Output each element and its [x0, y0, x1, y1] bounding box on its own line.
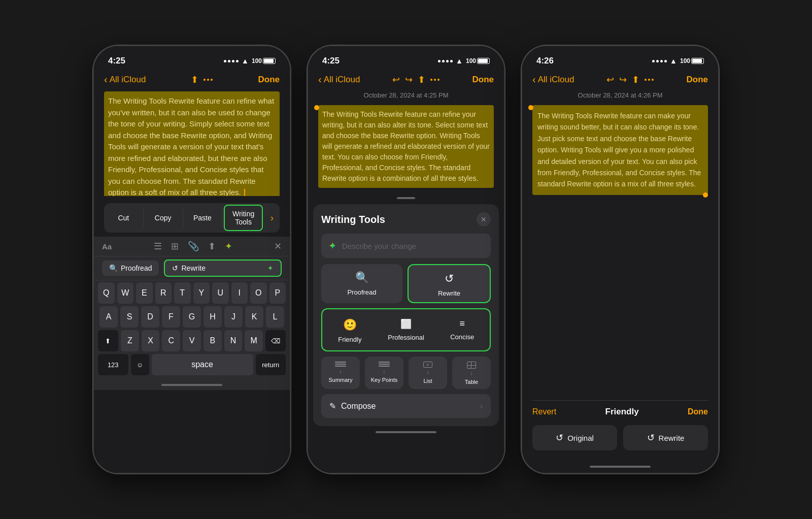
summary-tool-btn[interactable]: ↓ Summary	[321, 356, 360, 389]
key-return[interactable]: return	[256, 354, 286, 375]
revert-btn[interactable]: Revert	[532, 407, 556, 416]
share-icon-1[interactable]: ⬆	[191, 74, 198, 85]
friendly-tool-btn[interactable]: 🙂 Friendly	[324, 311, 376, 348]
rewrite-result-btn[interactable]: ↺ Rewrite	[623, 425, 708, 450]
key-row-2: A S D F G H J K L	[98, 306, 286, 328]
undo-icon-2[interactable]: ↩	[392, 74, 400, 85]
modal-close-btn[interactable]: ✕	[477, 212, 491, 226]
share-icon-2[interactable]: ⬆	[418, 74, 425, 85]
key-l[interactable]: L	[266, 306, 284, 328]
rewrite-tool-btn[interactable]: ↺ Rewrite	[408, 264, 491, 303]
undo-icon-3[interactable]: ↩	[606, 74, 614, 85]
key-x[interactable]: X	[142, 330, 160, 351]
nav-done-1[interactable]: Done	[258, 75, 280, 85]
back-label-1[interactable]: All iCloud	[110, 75, 146, 85]
key-r[interactable]: R	[155, 282, 172, 304]
content-area-1: The Writing Tools Rewrite feature can re…	[94, 89, 290, 196]
key-a[interactable]: A	[99, 306, 118, 328]
mode-label: Friendly	[605, 407, 639, 417]
key-o[interactable]: O	[250, 282, 267, 304]
table-tool-btn[interactable]: ↓ Table	[452, 356, 491, 389]
original-btn[interactable]: ↺ Original	[532, 425, 617, 450]
compose-row[interactable]: ✎ Compose ›	[321, 394, 491, 418]
key-delete[interactable]: ⌫	[265, 330, 286, 351]
nav-back-1[interactable]: ‹ All iCloud	[104, 74, 146, 85]
key-n[interactable]: N	[224, 330, 243, 351]
proofread-quick-btn[interactable]: 🔍 Proofread	[102, 261, 159, 276]
signal-dot-2-2	[442, 60, 445, 62]
nav-more-3[interactable]	[645, 79, 654, 81]
original-rewrite-row: ↺ Original ↺ Rewrite	[532, 425, 708, 450]
keypoints-tool-btn[interactable]: ↓ Key Points	[365, 356, 403, 389]
body-text-3: The Writing Tools Rewrite feature can ma…	[532, 105, 708, 195]
selection-handle-2-left	[314, 105, 319, 110]
key-numbers[interactable]: 123	[98, 354, 128, 375]
rewrite-quick-btn[interactable]: ↺ Rewrite ✦	[164, 260, 282, 277]
context-more-arrow[interactable]: ›	[264, 208, 280, 229]
share-icon-3[interactable]: ⬆	[632, 74, 639, 85]
list-tool-btn[interactable]: ≡ ↓ List	[409, 356, 447, 389]
key-emoji[interactable]: ☺	[131, 354, 149, 375]
concise-tool-btn[interactable]: ≡ Concise	[436, 311, 488, 348]
key-k[interactable]: K	[245, 306, 263, 328]
list-icon[interactable]: ☰	[154, 241, 162, 252]
kp-line-2	[379, 364, 390, 365]
key-g[interactable]: G	[183, 306, 201, 328]
key-e[interactable]: E	[136, 282, 153, 304]
key-shift[interactable]: ⬆	[98, 330, 118, 351]
nav-done-2[interactable]: Done	[472, 75, 494, 85]
phone-2: 4:25 ▲ 100	[307, 45, 505, 474]
nav-back-2[interactable]: ‹ All iCloud	[318, 74, 360, 85]
bottom-divider: Revert Friendly Done ↺ Original ↺ Rewrit…	[532, 400, 708, 450]
redo-icon-2[interactable]: ↪	[405, 74, 413, 85]
nav-done-3[interactable]: Done	[686, 75, 708, 85]
key-u[interactable]: U	[212, 282, 229, 304]
context-copy[interactable]: Copy	[144, 209, 183, 227]
attach-icon[interactable]: 📎	[188, 241, 199, 252]
key-p[interactable]: P	[269, 282, 286, 304]
font-icon[interactable]: Aa	[102, 242, 112, 251]
nav-center-3: ↩ ↪ ⬆	[606, 74, 654, 85]
key-v[interactable]: V	[183, 330, 201, 351]
back-label-3[interactable]: All iCloud	[538, 75, 574, 85]
key-q[interactable]: Q	[98, 282, 115, 304]
key-y[interactable]: Y	[193, 282, 210, 304]
key-f[interactable]: F	[162, 306, 180, 328]
back-label-2[interactable]: All iCloud	[324, 75, 360, 85]
selection-handle-3-top	[528, 105, 533, 110]
context-writing-tools[interactable]: Writing Tools	[224, 205, 263, 231]
back-chevron-1: ‹	[104, 74, 108, 85]
key-h[interactable]: H	[204, 306, 222, 328]
close-keyboard-icon[interactable]: ✕	[274, 241, 282, 252]
signal-dot-1	[224, 60, 226, 62]
grid-icon[interactable]: ⊞	[171, 241, 179, 252]
key-m[interactable]: M	[245, 330, 263, 351]
key-b[interactable]: B	[204, 330, 222, 351]
key-j[interactable]: J	[224, 306, 243, 328]
professional-tool-icon: ⬜	[400, 318, 412, 330]
back-chevron-2: ‹	[318, 74, 322, 85]
describe-input[interactable]: ✦ Describe your change	[321, 234, 491, 258]
context-cut[interactable]: Cut	[104, 209, 144, 227]
key-i[interactable]: I	[231, 282, 248, 304]
key-d[interactable]: D	[141, 306, 159, 328]
signal-dot-3-3	[660, 60, 663, 62]
redo-icon-3[interactable]: ↪	[619, 74, 627, 85]
key-c[interactable]: C	[162, 330, 180, 351]
done-btn-3[interactable]: Done	[688, 407, 708, 416]
professional-tool-btn[interactable]: ⬜ Professional	[381, 311, 432, 348]
context-paste[interactable]: Paste	[183, 209, 223, 227]
key-z[interactable]: Z	[121, 330, 139, 351]
nav-more-1[interactable]	[204, 79, 213, 81]
ai-icon[interactable]: ✦	[225, 241, 232, 252]
proofread-tool-btn[interactable]: 🔍 Proofread	[321, 264, 402, 303]
dot-3-1	[645, 79, 647, 81]
key-t[interactable]: T	[174, 282, 191, 304]
format-icon[interactable]: ⬆	[208, 241, 216, 252]
nav-back-3[interactable]: ‹ All iCloud	[532, 74, 574, 85]
nav-more-2[interactable]	[430, 79, 439, 81]
nav-bar-3: ‹ All iCloud ↩ ↪ ⬆ Done	[522, 72, 718, 89]
key-w[interactable]: W	[117, 282, 134, 304]
key-s[interactable]: S	[120, 306, 139, 328]
key-space[interactable]: space	[152, 354, 253, 375]
